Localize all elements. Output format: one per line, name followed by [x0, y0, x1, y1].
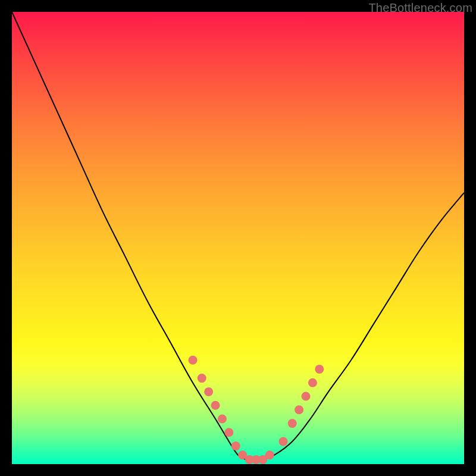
marker-dot	[231, 441, 240, 450]
marker-dot	[279, 437, 288, 446]
marker-dot	[198, 374, 206, 383]
plot-area	[12, 12, 464, 464]
marker-dot	[189, 356, 198, 365]
highlight-markers	[189, 356, 324, 464]
marker-dot	[315, 365, 324, 374]
marker-dot	[295, 405, 303, 414]
chart-svg	[12, 12, 464, 464]
marker-dot	[218, 415, 227, 424]
marker-dot	[224, 428, 233, 437]
chart-frame: TheBottleneck.com	[0, 0, 476, 476]
curve-line	[12, 12, 464, 460]
marker-dot	[204, 387, 213, 396]
curve-path	[12, 12, 464, 460]
watermark-text: TheBottleneck.com	[368, 1, 472, 15]
marker-dot	[265, 450, 274, 459]
marker-dot	[288, 419, 297, 428]
marker-dot	[308, 378, 317, 387]
marker-dot	[302, 392, 311, 401]
marker-dot	[211, 401, 220, 410]
